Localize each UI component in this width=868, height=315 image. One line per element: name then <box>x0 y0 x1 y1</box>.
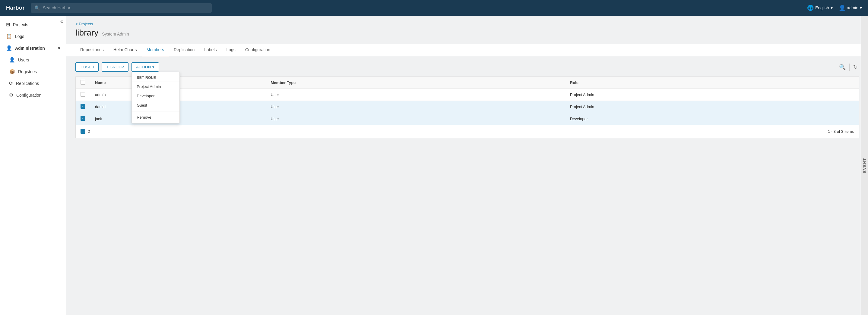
lang-label: English <box>815 5 829 10</box>
share-icon: ⟳ <box>9 80 13 86</box>
sidebar-item-projects[interactable]: ⊞ Projects <box>0 19 66 30</box>
row-checkbox[interactable] <box>81 104 85 109</box>
set-role-label: SET ROLE <box>132 73 180 82</box>
sidebar-item-replications[interactable]: ⟳ Replications <box>3 77 66 89</box>
action-dropdown-menu: SET ROLE Project Admin Developer Guest R… <box>131 72 180 124</box>
gear-icon: ⚙ <box>9 92 13 98</box>
sidebar-config-label: Configuration <box>16 93 41 98</box>
select-all-checkbox[interactable] <box>81 80 85 84</box>
member-role: Project Admin <box>565 89 859 101</box>
add-group-button[interactable]: + GROUP <box>102 62 128 72</box>
file-icon: 📋 <box>6 33 12 39</box>
role-guest[interactable]: Guest <box>132 101 180 110</box>
sidebar-item-label: Projects <box>13 22 28 27</box>
breadcrumb[interactable]: < Projects <box>75 22 859 26</box>
sidebar-admin-label: Administration <box>15 46 45 50</box>
table-row: admin User Project Admin <box>76 89 859 101</box>
action-dropdown: ACTION ▾ SET ROLE Project Admin Develope… <box>131 62 159 72</box>
role-developer[interactable]: Developer <box>132 91 180 101</box>
sidebar-item-configuration[interactable]: ⚙ Configuration <box>3 89 66 101</box>
member-type: User <box>266 101 565 113</box>
row-checkbox[interactable] <box>81 116 85 121</box>
user-menu[interactable]: 👤 admin ▾ <box>839 4 862 11</box>
col-role: Role <box>565 77 859 89</box>
search-icon: 🔍 <box>34 5 40 11</box>
pagination-text: 1 - 3 of 3 items <box>828 129 854 134</box>
sidebar-admin-submenu: 👤 Users 📦 Registries ⟳ Replications ⚙ Co… <box>0 54 66 101</box>
tab-repositories[interactable]: Repositories <box>75 44 108 56</box>
member-role: Project Admin <box>565 101 859 113</box>
search-input[interactable] <box>43 5 208 10</box>
sidebar: « ⊞ Projects 📋 Logs 👤 Administration ▾ 👤… <box>0 16 66 315</box>
footer-checkbox[interactable] <box>81 129 85 134</box>
navbar: Harbor 🔍 🌐 English ▾ 👤 admin ▾ <box>0 0 868 16</box>
user-icon: 👤 <box>839 4 845 11</box>
search-bar[interactable]: 🔍 <box>31 3 212 13</box>
member-role: Developer <box>565 113 859 125</box>
sidebar-registries-label: Registries <box>18 69 37 74</box>
layout: « ⊞ Projects 📋 Logs 👤 Administration ▾ 👤… <box>0 16 868 315</box>
user-label: admin <box>847 5 858 10</box>
box-icon: 📦 <box>9 69 15 74</box>
row-checkbox-cell[interactable] <box>76 89 91 101</box>
search-button[interactable]: 🔍 <box>838 63 847 72</box>
main-content: < Projects library System Admin Reposito… <box>66 16 868 315</box>
toolbar: + USER + GROUP ACTION ▾ SET ROLE Project… <box>75 62 859 72</box>
tab-configuration[interactable]: Configuration <box>240 44 275 56</box>
sidebar-item-registries[interactable]: 📦 Registries <box>3 66 66 77</box>
sidebar-replications-label: Replications <box>16 81 39 86</box>
sidebar-item-logs[interactable]: 📋 Logs <box>0 30 66 42</box>
sidebar-administration[interactable]: 👤 Administration ▾ <box>0 42 66 54</box>
chevron-down-icon: ▾ <box>831 5 833 10</box>
tabs-bar: Repositories Helm Charts Members Replica… <box>66 44 868 56</box>
tab-logs[interactable]: Logs <box>222 44 240 56</box>
row-checkbox-cell[interactable] <box>76 101 91 113</box>
tab-members[interactable]: Members <box>142 44 169 56</box>
table-row: jack User Developer <box>76 113 859 125</box>
add-user-button[interactable]: + USER <box>75 62 99 72</box>
tab-helm-charts[interactable]: Helm Charts <box>108 44 142 56</box>
admin-icon: 👤 <box>6 45 12 51</box>
chevron-down-icon: ▾ <box>58 46 60 50</box>
sidebar-item-label: Logs <box>15 34 24 39</box>
sidebar-users-label: Users <box>18 58 29 62</box>
event-label: EVENT <box>863 158 867 173</box>
page-subtitle: System Admin <box>102 32 129 36</box>
grid-icon: ⊞ <box>6 22 10 27</box>
sidebar-collapse-button[interactable]: « <box>60 19 63 24</box>
members-table: Name Member Type Role admin User Project… <box>75 76 859 138</box>
chevron-down-icon: ▾ <box>152 65 154 69</box>
table-row: daniel User Project Admin <box>76 101 859 113</box>
toolbar-right: 🔍 ↻ <box>838 63 859 72</box>
remove-action[interactable]: Remove <box>132 113 180 122</box>
member-type: User <box>266 89 565 101</box>
select-all-header[interactable] <box>76 77 91 89</box>
navbar-right: 🌐 English ▾ 👤 admin ▾ <box>807 4 862 11</box>
action-button[interactable]: ACTION ▾ <box>131 62 159 72</box>
row-checkbox-cell[interactable] <box>76 113 91 125</box>
page-title: library <box>75 28 98 38</box>
col-member-type: Member Type <box>266 77 565 89</box>
table-footer: 2 1 - 3 of 3 items <box>76 125 859 138</box>
page-title-row: library System Admin <box>75 28 859 38</box>
dropdown-divider <box>132 111 180 111</box>
selected-count: 2 <box>88 129 90 134</box>
chevron-down-icon: ▾ <box>860 5 862 10</box>
globe-icon: 🌐 <box>807 4 814 11</box>
tab-labels[interactable]: Labels <box>199 44 221 56</box>
tab-replication[interactable]: Replication <box>169 44 199 56</box>
refresh-button[interactable]: ↻ <box>852 63 859 72</box>
action-label: ACTION <box>136 65 151 69</box>
row-checkbox[interactable] <box>81 92 85 97</box>
role-project-admin[interactable]: Project Admin <box>132 82 180 91</box>
sidebar-item-users[interactable]: 👤 Users <box>3 54 66 66</box>
person-icon: 👤 <box>9 57 15 63</box>
event-panel[interactable]: EVENT <box>861 16 868 315</box>
language-selector[interactable]: 🌐 English ▾ <box>807 4 833 11</box>
member-type: User <box>266 113 565 125</box>
app-brand: Harbor <box>6 5 25 11</box>
